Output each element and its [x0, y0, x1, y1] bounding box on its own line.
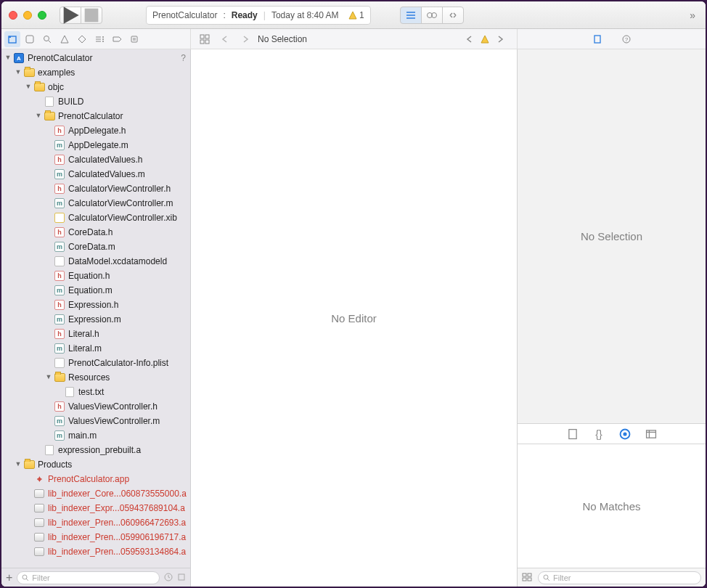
- tree-file[interactable]: hExpression.h: [1, 298, 190, 312]
- tree-file[interactable]: test.txt: [1, 385, 190, 399]
- assistant-editor-button[interactable]: [421, 7, 443, 24]
- tree-product-lib[interactable]: lib_indexer_Expr...059437689104.a: [1, 501, 190, 515]
- standard-editor-button[interactable]: [400, 7, 422, 24]
- svg-rect-10: [26, 36, 33, 43]
- tree-folder-objc[interactable]: objc: [1, 80, 190, 94]
- activity-view[interactable]: PrenotCalculator: Ready | Today at 8:40 …: [146, 6, 371, 25]
- related-items-icon[interactable]: [197, 31, 213, 47]
- next-issue-icon[interactable]: [492, 31, 508, 47]
- status-warning-count[interactable]: 1: [348, 10, 364, 20]
- tree-file[interactable]: PrenotCalculator-Info.plist: [1, 356, 190, 370]
- tree-file-build[interactable]: BUILD: [1, 94, 190, 109]
- file-tree[interactable]: APrenotCalculator? examples objc BUILD P…: [1, 49, 190, 568]
- object-library-tab[interactable]: [618, 428, 632, 441]
- tree-file[interactable]: mExpression.m: [1, 312, 190, 327]
- find-navigator-tab[interactable]: [39, 31, 55, 47]
- test-navigator-tab[interactable]: [74, 31, 90, 47]
- tree-file[interactable]: expression_prebuilt.a: [1, 443, 190, 457]
- library-filter-input[interactable]: Filter: [538, 571, 701, 584]
- editor-placeholder: No Editor: [331, 312, 377, 324]
- breakpoint-navigator-tab[interactable]: [109, 31, 125, 47]
- file-template-library-tab[interactable]: [566, 428, 579, 441]
- svg-rect-22: [131, 36, 137, 42]
- tree-product-app[interactable]: ⌖PrenotCalculator.app: [1, 472, 190, 486]
- tree-product-lib[interactable]: lib_indexer_Pren...060966472693.a: [1, 515, 190, 530]
- tree-folder-resources[interactable]: Resources: [1, 370, 190, 385]
- svg-rect-9: [9, 36, 11, 38]
- back-button[interactable]: [217, 31, 233, 47]
- tree-file[interactable]: mLiteral.m: [1, 341, 190, 356]
- tree-folder-prenotcalculator[interactable]: PrenotCalculator: [1, 109, 190, 123]
- tree-file[interactable]: mCalculatorViewController.m: [1, 196, 190, 211]
- tree-root[interactable]: APrenotCalculator?: [1, 51, 190, 65]
- tree-product-lib[interactable]: lib_indexer_Pren...059593134864.a: [1, 544, 190, 559]
- prev-issue-icon[interactable]: [462, 31, 478, 47]
- quick-help-tab[interactable]: ?: [618, 31, 634, 47]
- tree-folder-examples[interactable]: examples: [1, 65, 190, 80]
- tree-file[interactable]: mEquation.m: [1, 283, 190, 298]
- forward-button[interactable]: [237, 31, 253, 47]
- tree-file[interactable]: hEquation.h: [1, 269, 190, 283]
- inspector-area: No Selection {} No Matches Filter: [518, 49, 706, 587]
- svg-rect-28: [205, 40, 209, 44]
- project-navigator-tab[interactable]: [4, 31, 20, 47]
- issue-navigator-tab[interactable]: [57, 31, 73, 47]
- tree-product-lib[interactable]: lib_indexer_Core...060873555000.a: [1, 486, 190, 501]
- tree-file[interactable]: mCoreData.m: [1, 240, 190, 254]
- recent-filter-icon[interactable]: [164, 571, 173, 584]
- tree-folder-products[interactable]: Products: [1, 457, 190, 472]
- svg-rect-26: [205, 35, 209, 38]
- add-button[interactable]: +: [6, 571, 12, 584]
- tree-file[interactable]: hCalculatorViewController.h: [1, 181, 190, 196]
- file-inspector-tab[interactable]: [589, 31, 605, 47]
- navigator-tabs: [1, 29, 191, 49]
- tree-file[interactable]: mCalculatedValues.m: [1, 167, 190, 181]
- tree-file[interactable]: hLiteral.h: [1, 327, 190, 341]
- report-navigator-tab[interactable]: [126, 31, 142, 47]
- warning-icon: [481, 35, 489, 44]
- tree-file[interactable]: CalculatorViewController.xib: [1, 211, 190, 225]
- minimize-window-button[interactable]: [23, 11, 32, 20]
- debug-navigator-tab[interactable]: [91, 31, 107, 47]
- scm-filter-icon[interactable]: [177, 571, 186, 584]
- svg-rect-47: [528, 578, 531, 581]
- zoom-window-button[interactable]: [38, 11, 46, 20]
- tree-file[interactable]: hCoreData.h: [1, 225, 190, 240]
- tree-product-lib[interactable]: lib_indexer_Pren...059906196717.a: [1, 530, 190, 544]
- tree-file[interactable]: hCalculatedValues.h: [1, 152, 190, 167]
- code-snippet-library-tab[interactable]: {}: [592, 428, 605, 441]
- inspector-no-selection: No Selection: [518, 49, 706, 424]
- titlebar: PrenotCalculator: Ready | Today at 8:40 …: [1, 1, 706, 29]
- svg-line-49: [547, 579, 549, 581]
- tree-file[interactable]: hValuesViewController.h: [1, 399, 190, 414]
- jump-bar-path[interactable]: No Selection: [258, 34, 307, 44]
- svg-point-11: [44, 36, 49, 41]
- svg-rect-41: [646, 430, 655, 437]
- tree-file[interactable]: DataModel.xcdatamodeld: [1, 254, 190, 269]
- help-icon[interactable]: ?: [181, 53, 186, 63]
- navigator-selector-bar: No Selection ?: [1, 29, 706, 49]
- inspector-tabs: ?: [518, 29, 706, 49]
- svg-marker-14: [78, 36, 86, 43]
- source-control-navigator-tab[interactable]: [22, 31, 38, 47]
- status-project: PrenotCalculator: [152, 10, 217, 20]
- main-area: APrenotCalculator? examples objc BUILD P…: [1, 49, 706, 587]
- run-button[interactable]: [60, 7, 81, 24]
- window-controls: [9, 11, 46, 20]
- library-view-mode-icon[interactable]: [522, 571, 532, 584]
- close-window-button[interactable]: [9, 11, 17, 20]
- media-library-tab[interactable]: [645, 428, 658, 441]
- tree-file[interactable]: hAppDelegate.h: [1, 123, 190, 138]
- xcode-window: PrenotCalculator: Ready | Today at 8:40 …: [1, 1, 706, 587]
- tree-file[interactable]: mmain.m: [1, 428, 190, 443]
- svg-line-12: [49, 41, 51, 43]
- tree-file[interactable]: mAppDelegate.m: [1, 138, 190, 152]
- svg-rect-46: [523, 578, 526, 581]
- jump-bar: No Selection: [191, 29, 518, 49]
- svg-point-19: [102, 38, 104, 40]
- tree-file[interactable]: mValuesViewController.m: [1, 414, 190, 428]
- navigator-filter-input[interactable]: Filter: [17, 571, 160, 584]
- stop-button[interactable]: [81, 7, 102, 24]
- version-editor-button[interactable]: [442, 7, 464, 24]
- overflow-button[interactable]: »: [690, 9, 698, 21]
